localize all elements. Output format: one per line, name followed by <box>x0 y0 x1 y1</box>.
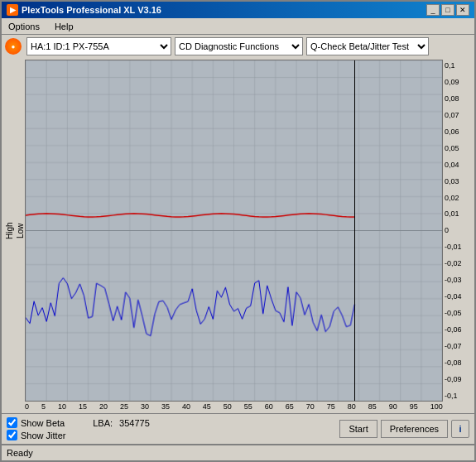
show-beta-label: Show Beta <box>21 418 65 428</box>
chart-canvas <box>26 60 442 401</box>
chart-x-axis: 0 5 10 15 20 25 30 35 40 45 50 55 60 65 … <box>5 402 443 411</box>
close-button[interactable]: ✕ <box>456 4 469 16</box>
bottom-panel: Show Beta LBA: 354775 Show Jitter Start … <box>2 413 474 444</box>
show-jitter-label: Show Jitter <box>21 431 65 440</box>
drive-icon: ● <box>5 38 22 55</box>
status-text: Ready <box>7 448 33 458</box>
chart-left-label: High Low <box>5 60 25 402</box>
vertical-line <box>354 60 355 401</box>
title-bar-left: ▶ PlexTools Professional XL V3.16 <box>7 4 161 16</box>
lba-value: 354775 <box>119 418 150 428</box>
right-controls: Start Preferences i <box>339 420 469 438</box>
menu-bar: Options Help <box>2 18 474 35</box>
maximize-button[interactable]: □ <box>441 4 454 16</box>
chart-area <box>25 60 443 402</box>
left-controls: Show Beta LBA: 354775 Show Jitter <box>7 417 150 440</box>
show-beta-row: Show Beta LBA: 354775 <box>7 417 150 428</box>
show-jitter-checkbox[interactable] <box>7 430 17 440</box>
test-select[interactable]: Q-Check Beta/Jitter Test <box>306 37 429 55</box>
start-button[interactable]: Start <box>339 420 377 438</box>
x-labels: 0 5 10 15 20 25 30 35 40 45 50 55 60 65 … <box>25 402 443 411</box>
app-icon: ▶ <box>7 4 18 16</box>
drive-select[interactable]: HA:1 ID:1 PX-755A <box>26 37 171 55</box>
menu-help[interactable]: Help <box>51 21 77 32</box>
menu-options[interactable]: Options <box>5 21 43 32</box>
chart-high-label: High <box>5 222 14 239</box>
function-select[interactable]: CD Diagnostic Functions <box>175 37 303 55</box>
info-button[interactable]: i <box>451 420 469 438</box>
controls-row: Show Beta LBA: 354775 Show Jitter Start … <box>7 417 469 440</box>
title-controls: _ □ ✕ <box>426 4 469 16</box>
window-title: PlexTools Professional XL V3.16 <box>22 5 161 15</box>
toolbar: ● HA:1 ID:1 PX-755A CD Diagnostic Functi… <box>2 35 474 58</box>
chart-right-axis: 0,1 0,09 0,08 0,07 0,06 0,05 0,04 0,03 0… <box>443 60 471 402</box>
lba-label: LBA: <box>93 418 113 428</box>
chart-low-label: Low <box>16 223 25 238</box>
status-bar: Ready <box>2 444 474 460</box>
chart-wrapper: High Low 0,1 0,09 0,08 0,07 0,06 0,05 0,… <box>5 60 471 402</box>
show-beta-checkbox[interactable] <box>7 417 17 428</box>
chart-container: High Low 0,1 0,09 0,08 0,07 0,06 0,05 0,… <box>2 58 474 413</box>
title-bar: ▶ PlexTools Professional XL V3.16 _ □ ✕ <box>2 2 474 18</box>
main-window: ▶ PlexTools Professional XL V3.16 _ □ ✕ … <box>0 0 476 462</box>
show-jitter-row: Show Jitter <box>7 430 150 440</box>
minimize-button[interactable]: _ <box>426 4 440 16</box>
preferences-button[interactable]: Preferences <box>381 420 448 438</box>
